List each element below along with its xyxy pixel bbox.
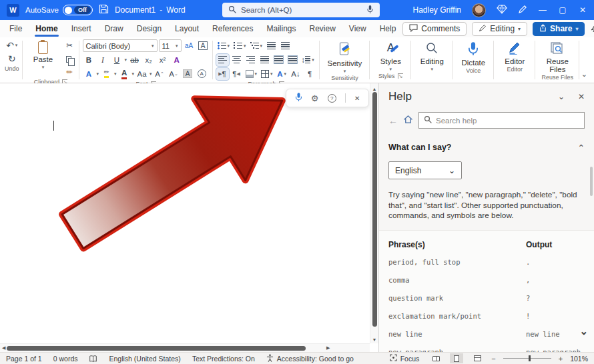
help-pane-scroll-thumb[interactable]	[590, 167, 593, 196]
autosave-toggle[interactable]: Off	[63, 5, 93, 15]
vertical-scrollbar[interactable]: ▲ ▼	[370, 83, 378, 343]
text-effects-typography-button[interactable]: A	[83, 68, 95, 80]
titlebar-search[interactable]	[222, 3, 380, 17]
tab-help[interactable]: Help	[373, 21, 403, 37]
left-to-right-button[interactable]: ▶¶	[216, 68, 229, 80]
catch-up-bell-icon[interactable]	[590, 23, 594, 35]
right-to-left-button[interactable]: ¶◀	[230, 68, 243, 80]
print-layout-button[interactable]	[450, 353, 463, 363]
share-button[interactable]: Share ▾	[533, 22, 585, 36]
distribute-button[interactable]	[272, 54, 285, 66]
dictate-button[interactable]: Dictate	[456, 39, 491, 67]
copy-button[interactable]	[63, 53, 76, 65]
help-back-icon[interactable]: ←	[388, 115, 398, 126]
undo-button[interactable]: ↶▾	[5, 39, 19, 51]
shading-button[interactable]: ▾	[244, 68, 259, 80]
dictation-settings-gear-icon[interactable]: ⚙	[311, 94, 319, 103]
zoom-slider[interactable]	[503, 358, 551, 359]
sort-button[interactable]: A↓	[290, 68, 302, 80]
enclose-characters-button[interactable]: A	[196, 68, 208, 80]
scroll-left-arrow[interactable]: ◀	[2, 344, 5, 352]
subscript-button[interactable]: x₂	[142, 54, 155, 66]
focus-mode-button[interactable]: Focus	[390, 354, 420, 363]
draw-pen-icon[interactable]	[518, 5, 527, 16]
document-canvas[interactable]: ⚙ ? ✕ ▲ ▼ ◀ ▶	[0, 83, 378, 352]
help-search-input[interactable]	[436, 117, 579, 125]
chevron-down-icon[interactable]: ▾	[132, 71, 135, 77]
show-formatting-marks-button[interactable]: ¶	[304, 68, 316, 80]
editing-button[interactable]: Editing ▾	[414, 39, 449, 72]
paste-button[interactable]: Paste ▾	[26, 39, 61, 78]
scroll-more-chevron-down-icon[interactable]: ⌄	[579, 325, 588, 337]
borders-button[interactable]: ▾	[260, 68, 274, 80]
bullets-button[interactable]: ▾	[216, 40, 232, 52]
grow-font-button[interactable]: A⌃	[154, 68, 166, 80]
language-select[interactable]: English ⌄	[388, 161, 462, 179]
text-predictions-indicator[interactable]: Text Predictions: On	[192, 355, 255, 363]
justify-button[interactable]	[258, 54, 271, 66]
user-name[interactable]: Hadley Griffin	[413, 5, 461, 15]
font-color-button[interactable]: A	[118, 68, 131, 80]
superscript-button[interactable]: x²	[156, 54, 169, 66]
align-center-button[interactable]	[230, 54, 243, 66]
premium-diamond-icon[interactable]	[497, 4, 507, 16]
vertical-scroll-thumb[interactable]	[372, 92, 377, 327]
dictation-help-icon[interactable]: ?	[328, 94, 336, 103]
document-title[interactable]: Document1 - Word	[115, 5, 186, 15]
help-pane-close-icon[interactable]: ✕	[578, 92, 585, 101]
horizontal-scrollbar[interactable]: ◀ ▶	[0, 343, 370, 352]
bold-button[interactable]: B	[83, 54, 95, 66]
increase-indent-button[interactable]	[279, 40, 292, 52]
close-button[interactable]: ✕	[578, 5, 587, 15]
decrease-indent-button[interactable]	[265, 40, 278, 52]
tab-review[interactable]: Review	[303, 21, 342, 37]
distribute-evenly-button[interactable]	[286, 54, 299, 66]
tab-insert[interactable]: Insert	[65, 21, 98, 37]
multilevel-list-button[interactable]: ▾	[249, 40, 264, 52]
tab-home[interactable]: Home	[29, 21, 64, 37]
font-name-combo[interactable]: Calibri (Body)▾	[83, 39, 158, 52]
web-layout-button[interactable]	[471, 353, 484, 363]
align-right-button[interactable]	[244, 54, 257, 66]
chevron-down-icon[interactable]: ▾	[114, 71, 117, 77]
scroll-right-arrow[interactable]: ▶	[326, 344, 330, 352]
horizontal-scroll-thumb[interactable]	[7, 346, 306, 351]
help-home-icon[interactable]	[403, 115, 413, 126]
dictation-close-icon[interactable]: ✕	[354, 95, 360, 102]
clear-formatting-button[interactable]: aA	[183, 40, 196, 52]
section-collapse-chevron-up-icon[interactable]: ⌃	[578, 143, 585, 153]
tab-view[interactable]: View	[342, 21, 373, 37]
line-spacing-button[interactable]: ↕▾	[300, 54, 316, 66]
chevron-down-icon[interactable]: ▾	[150, 71, 152, 77]
scroll-down-arrow[interactable]: ▼	[370, 336, 378, 343]
tab-draw[interactable]: Draw	[98, 21, 130, 37]
zoom-level[interactable]: 101%	[570, 355, 588, 363]
italic-button[interactable]: I	[97, 54, 109, 66]
character-shading-button[interactable]: A	[182, 68, 194, 80]
accessibility-status[interactable]: Accessibility: Good to go	[266, 354, 354, 363]
chevron-down-icon[interactable]: ▾	[125, 57, 127, 63]
character-border-button[interactable]: A	[197, 40, 210, 52]
tab-design[interactable]: Design	[130, 21, 168, 37]
align-left-button[interactable]	[216, 54, 229, 66]
help-search-box[interactable]	[418, 112, 585, 129]
search-input[interactable]	[241, 6, 362, 14]
numbering-button[interactable]: ▾	[232, 40, 248, 52]
save-icon[interactable]	[99, 4, 109, 16]
zoom-slider-knob[interactable]	[529, 355, 531, 361]
dictate-mic-icon[interactable]	[295, 92, 302, 104]
zoom-in-button[interactable]: +	[559, 355, 563, 363]
chevron-down-icon[interactable]: ▾	[97, 71, 99, 77]
tab-references[interactable]: References	[206, 21, 260, 37]
redo-button[interactable]: ↻	[5, 53, 18, 65]
read-mode-button[interactable]	[429, 353, 442, 363]
comments-button[interactable]: Comments	[402, 22, 467, 36]
sensitivity-button[interactable]: Sensitivity ▾	[323, 39, 367, 74]
strikethrough-button[interactable]: ab	[128, 54, 141, 66]
font-size-combo[interactable]: 11▾	[159, 39, 182, 52]
help-pane-chevron-down-icon[interactable]: ⌄	[558, 92, 565, 101]
restore-button[interactable]: ▢	[558, 5, 567, 15]
page-indicator[interactable]: Page 1 of 1	[6, 355, 42, 363]
tab-layout[interactable]: Layout	[168, 21, 206, 37]
zoom-out-button[interactable]: −	[491, 355, 495, 363]
